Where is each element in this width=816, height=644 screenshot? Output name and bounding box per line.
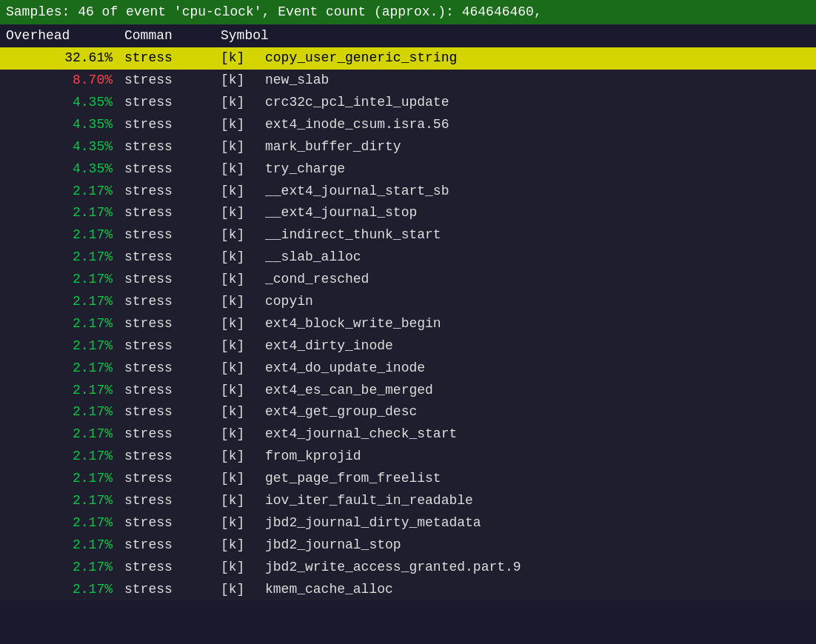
symbol-val: jbd2_journal_stop xyxy=(265,535,810,556)
table-row[interactable]: 2.17%stress[k]ext4_es_can_be_merged xyxy=(0,380,816,402)
overhead-val: 4.35% xyxy=(6,159,124,180)
type-val: [k] xyxy=(221,181,265,202)
symbol-val: ext4_journal_check_start xyxy=(265,424,810,445)
command-val: stress xyxy=(124,159,221,180)
table-row[interactable]: 2.17%stress[k]from_kprojid xyxy=(0,446,816,468)
type-val: [k] xyxy=(221,225,265,246)
command-val: stress xyxy=(124,446,221,467)
table-row[interactable]: 2.17%stress[k]__ext4_journal_start_sb xyxy=(0,181,816,203)
overhead-val: 2.17% xyxy=(6,225,124,246)
table-row[interactable]: 2.17%stress[k]copyin xyxy=(0,291,816,313)
table-row[interactable]: 2.17%stress[k]ext4_get_group_desc xyxy=(0,401,816,423)
command-val: stress xyxy=(124,358,221,379)
symbol-val: jbd2_write_access_granted.part.9 xyxy=(265,557,810,578)
overhead-val: 2.17% xyxy=(6,380,124,401)
symbol-val: crc32c_pcl_intel_update xyxy=(265,93,810,113)
command-val: stress xyxy=(124,203,221,224)
type-val: [k] xyxy=(221,535,265,556)
command-val: stress xyxy=(124,181,221,202)
overhead-val: 2.17% xyxy=(6,292,124,312)
symbol-val: ext4_dirty_inode xyxy=(265,336,810,357)
table-row[interactable]: 2.17%stress[k]__slab_alloc xyxy=(0,246,816,269)
table-row[interactable]: 4.35%stress[k]mark_buffer_dirty xyxy=(0,136,816,158)
symbol-val: __indirect_thunk_start xyxy=(265,225,810,246)
type-val: [k] xyxy=(221,557,265,578)
symbol-val: kmem_cache_alloc xyxy=(265,580,810,600)
symbol-val: new_slab xyxy=(265,70,810,91)
type-val: [k] xyxy=(221,292,265,312)
col-header-overhead: Overhead xyxy=(6,26,124,46)
type-val: [k] xyxy=(221,491,265,511)
table-row[interactable]: 4.35%stress[k]crc32c_pcl_intel_update xyxy=(0,92,816,114)
table-row[interactable]: 2.17%stress[k]__ext4_journal_stop xyxy=(0,202,816,224)
table-row[interactable]: 2.17%stress[k]ext4_do_update_inode xyxy=(0,358,816,380)
symbol-val: ext4_es_can_be_merged xyxy=(265,380,810,401)
command-val: stress xyxy=(124,336,221,357)
overhead-val: 2.17% xyxy=(6,446,124,467)
column-headers: Overhead Comman Symbol xyxy=(0,24,816,47)
type-val: [k] xyxy=(221,580,265,600)
table-row[interactable]: 4.35%stress[k]ext4_inode_csum.isra.56 xyxy=(0,114,816,136)
table-row[interactable]: 32.61%stress[k]copy_user_generic_string xyxy=(0,47,816,70)
type-val: [k] xyxy=(221,48,265,69)
type-val: [k] xyxy=(221,513,265,534)
command-val: stress xyxy=(124,580,221,600)
type-val: [k] xyxy=(221,70,265,91)
table-row[interactable]: 2.17%stress[k]ext4_dirty_inode xyxy=(0,335,816,358)
type-val: [k] xyxy=(221,93,265,113)
symbol-val: get_page_from_freelist xyxy=(265,469,810,489)
overhead-val: 4.35% xyxy=(6,115,124,135)
command-val: stress xyxy=(124,535,221,556)
table-row[interactable]: 4.35%stress[k]try_charge xyxy=(0,158,816,181)
symbol-val: iov_iter_fault_in_readable xyxy=(265,491,810,511)
command-val: stress xyxy=(124,70,221,91)
overhead-val: 2.17% xyxy=(6,269,124,290)
symbol-val: __ext4_journal_stop xyxy=(265,203,810,224)
command-val: stress xyxy=(124,48,221,69)
overhead-val: 2.17% xyxy=(6,181,124,202)
command-val: stress xyxy=(124,491,221,511)
header-text: Samples: 46 of event 'cpu-clock', Event … xyxy=(6,4,542,19)
overhead-val: 2.17% xyxy=(6,314,124,335)
overhead-val: 2.17% xyxy=(6,469,124,489)
app: Samples: 46 of event 'cpu-clock', Event … xyxy=(0,0,816,600)
type-val: [k] xyxy=(221,203,265,224)
command-val: stress xyxy=(124,424,221,445)
command-val: stress xyxy=(124,402,221,423)
table-row[interactable]: 2.17%stress[k]__indirect_thunk_start xyxy=(0,224,816,246)
header-bar: Samples: 46 of event 'cpu-clock', Event … xyxy=(0,0,816,24)
type-val: [k] xyxy=(221,247,265,268)
type-val: [k] xyxy=(221,446,265,467)
table-row[interactable]: 2.17%stress[k]ext4_block_write_begin xyxy=(0,313,816,335)
type-val: [k] xyxy=(221,159,265,180)
table-row[interactable]: 2.17%stress[k]kmem_cache_alloc xyxy=(0,579,816,601)
type-val: [k] xyxy=(221,336,265,357)
command-val: stress xyxy=(124,247,221,268)
table-row[interactable]: 8.70%stress[k]new_slab xyxy=(0,70,816,92)
type-val: [k] xyxy=(221,314,265,335)
table-row[interactable]: 2.17%stress[k]iov_iter_fault_in_readable xyxy=(0,490,816,512)
table-row[interactable]: 2.17%stress[k]ext4_journal_check_start xyxy=(0,423,816,446)
symbol-val: ext4_get_group_desc xyxy=(265,402,810,423)
type-val: [k] xyxy=(221,137,265,158)
command-val: stress xyxy=(124,380,221,401)
overhead-val: 2.17% xyxy=(6,557,124,578)
symbol-val: ext4_block_write_begin xyxy=(265,314,810,335)
symbol-val: __slab_alloc xyxy=(265,247,810,268)
overhead-val: 2.17% xyxy=(6,580,124,600)
overhead-val: 4.35% xyxy=(6,137,124,158)
table-row[interactable]: 2.17%stress[k]jbd2_write_access_granted.… xyxy=(0,557,816,579)
table-row[interactable]: 2.17%stress[k]get_page_from_freelist xyxy=(0,468,816,490)
table-row[interactable]: 2.17%stress[k]jbd2_journal_stop xyxy=(0,534,816,557)
type-val: [k] xyxy=(221,424,265,445)
command-val: stress xyxy=(124,115,221,135)
col-header-symbol: Symbol xyxy=(221,26,810,46)
command-val: stress xyxy=(124,314,221,335)
type-val: [k] xyxy=(221,269,265,290)
command-val: stress xyxy=(124,93,221,113)
symbol-val: copy_user_generic_string xyxy=(265,48,810,69)
table-row[interactable]: 2.17%stress[k]jbd2_journal_dirty_metadat… xyxy=(0,512,816,534)
command-val: stress xyxy=(124,269,221,290)
table-row[interactable]: 2.17%stress[k]_cond_resched xyxy=(0,269,816,291)
symbol-val: _cond_resched xyxy=(265,269,810,290)
